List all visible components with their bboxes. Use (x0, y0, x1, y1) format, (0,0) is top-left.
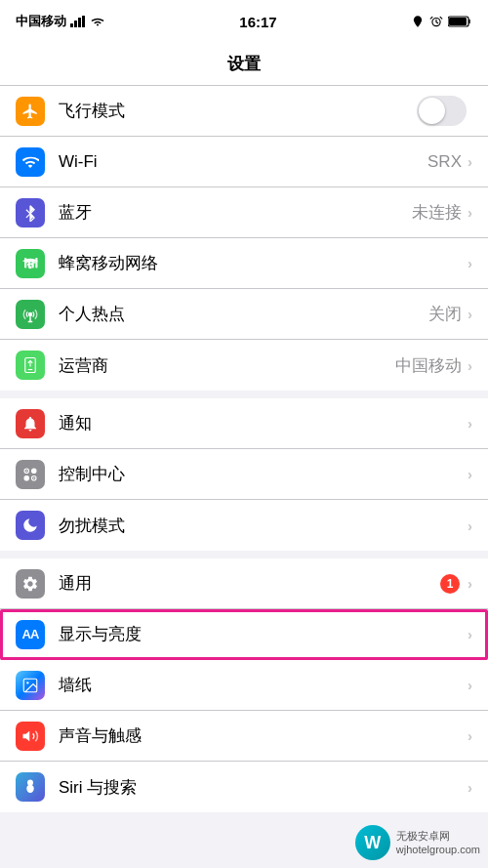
cellular-icon (16, 249, 45, 278)
carrier-value: 中国移动 (395, 354, 462, 377)
hotspot-label: 个人热点 (59, 303, 428, 325)
siri-icon (16, 772, 45, 802)
sound-svg (21, 727, 39, 745)
wallpaper-icon (16, 671, 45, 700)
siri-row[interactable]: Siri 与搜索 › (0, 762, 488, 812)
notifications-icon (16, 409, 45, 438)
watermark-line1: 无极安卓网 (396, 829, 480, 843)
notifications-label: 通知 (59, 412, 468, 434)
nav-bar: 设置 (0, 43, 488, 86)
general-badge: 1 (440, 574, 460, 594)
sound-row[interactable]: 声音与触感 › (0, 711, 488, 762)
toggle-knob (419, 98, 445, 124)
control-svg (21, 466, 39, 483)
svg-rect-2 (78, 18, 81, 27)
wifi-status-icon (90, 16, 105, 27)
svg-rect-13 (32, 262, 34, 268)
airplane-row[interactable]: 飞行模式 (0, 86, 488, 137)
svg-point-26 (33, 477, 35, 479)
wifi-chevron: › (468, 153, 472, 170)
watermark-logo: W (355, 825, 390, 860)
general-chevron: › (468, 575, 472, 592)
carrier-row[interactable]: 运营商 中国移动 › (0, 340, 488, 391)
watermark-text: 无极安卓网 wjhotelgroup.com (396, 829, 480, 857)
siri-label: Siri 与搜索 (59, 776, 468, 799)
airplane-toggle[interactable] (417, 96, 467, 126)
notifications-svg (21, 415, 39, 433)
battery-icon (448, 16, 472, 27)
control-center-row[interactable]: 控制中心 › (0, 449, 488, 500)
svg-point-15 (28, 311, 33, 316)
display-row[interactable]: AA 显示与亮度 › (0, 609, 488, 660)
bluetooth-label: 蓝牙 (59, 201, 412, 224)
signal-icon (70, 16, 86, 27)
svg-point-23 (32, 469, 37, 474)
carrier-svg (21, 356, 39, 374)
wallpaper-row[interactable]: 墙纸 › (0, 660, 488, 711)
control-center-icon (16, 460, 45, 489)
hotspot-chevron: › (468, 306, 472, 322)
alarm-icon (429, 15, 443, 28)
carrier-icon (16, 351, 45, 380)
location-icon (411, 15, 425, 28)
page-title: 设置 (227, 53, 261, 75)
network-section: 飞行模式 Wi-Fi SRX › (0, 86, 488, 391)
svg-point-22 (26, 470, 28, 472)
notifications-section: 通知 › 控制中心 › (0, 398, 488, 551)
sound-icon (16, 722, 45, 751)
svg-rect-11 (24, 258, 26, 269)
notifications-row[interactable]: 通知 › (0, 398, 488, 449)
bluetooth-value: 未连接 (412, 201, 462, 224)
siri-chevron: › (468, 779, 472, 796)
dnd-icon (16, 511, 45, 540)
dnd-row[interactable]: 勿扰模式 › (0, 500, 488, 551)
cellular-svg (21, 255, 39, 272)
airplane-icon (16, 97, 45, 126)
wifi-icon (16, 147, 45, 177)
gear-svg (21, 575, 39, 593)
bluetooth-icon (16, 198, 45, 227)
wifi-row[interactable]: Wi-Fi SRX › (0, 137, 488, 187)
notifications-chevron: › (468, 415, 472, 432)
status-right (411, 15, 472, 28)
bluetooth-row[interactable]: 蓝牙 未连接 › (0, 187, 488, 238)
siri-svg (21, 778, 39, 796)
general-label: 通用 (59, 572, 440, 595)
hotspot-svg (21, 306, 39, 323)
svg-rect-14 (35, 258, 37, 269)
settings-content: 飞行模式 Wi-Fi SRX › (0, 86, 488, 868)
general-section: 通用 1 › AA 显示与亮度 › 墙纸 › (0, 558, 488, 812)
general-row[interactable]: 通用 1 › (0, 558, 488, 609)
carrier-label: 运营商 (59, 354, 395, 377)
svg-rect-1 (74, 21, 77, 27)
watermark: W 无极安卓网 wjhotelgroup.com (355, 825, 480, 860)
wifi-label: Wi-Fi (59, 152, 427, 172)
dnd-label: 勿扰模式 (59, 515, 468, 537)
cellular-label: 蜂窝移动网络 (59, 252, 468, 274)
cellular-chevron: › (468, 255, 472, 271)
sound-chevron: › (468, 727, 472, 744)
display-icon: AA (16, 620, 45, 649)
cellular-row[interactable]: 蜂窝移动网络 › (0, 238, 488, 289)
wallpaper-svg (21, 677, 39, 694)
svg-point-24 (24, 475, 29, 480)
dnd-chevron: › (468, 517, 472, 534)
display-label: 显示与亮度 (59, 623, 468, 645)
status-time: 16:17 (239, 14, 276, 30)
svg-point-28 (26, 682, 28, 683)
svg-rect-3 (82, 16, 85, 27)
carrier-text: 中国移动 (16, 13, 66, 30)
wallpaper-label: 墙纸 (59, 674, 468, 696)
status-left: 中国移动 (16, 13, 105, 30)
airplane-svg (21, 103, 39, 120)
svg-marker-29 (23, 730, 30, 741)
hotspot-row[interactable]: 个人热点 关闭 › (0, 289, 488, 340)
wifi-value: SRX (427, 152, 462, 172)
hotspot-icon (16, 300, 45, 329)
bluetooth-chevron: › (468, 204, 472, 221)
sound-label: 声音与触感 (59, 724, 468, 747)
bluetooth-svg (23, 204, 37, 222)
display-chevron: › (468, 626, 472, 642)
wifi-svg (21, 153, 39, 171)
moon-svg (21, 517, 39, 534)
